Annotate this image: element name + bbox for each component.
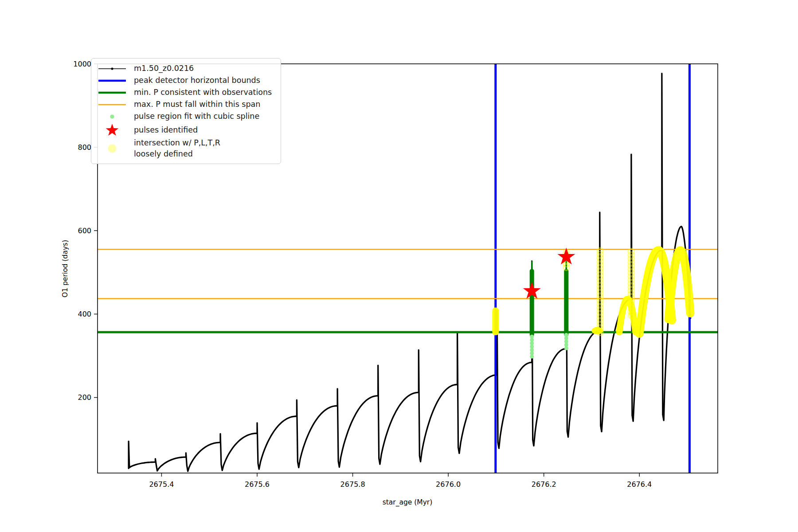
x-tick-label: 2675.6	[245, 480, 270, 489]
legend-entry: m1.50_z0.0216	[97, 63, 272, 74]
legend-entry: max. P must fall within this span	[97, 98, 272, 110]
spline-fit-dot	[530, 335, 534, 339]
yellow-intersection-arc	[619, 299, 636, 332]
yellow-intersection-arc	[669, 250, 690, 319]
figure: 2675.42675.62675.82676.02676.22676.42004…	[0, 0, 798, 532]
line-icon	[97, 87, 128, 98]
y-tick-label: 800	[78, 143, 91, 152]
x-tick-label: 2676.0	[436, 480, 461, 489]
y-tick-label: 200	[78, 393, 91, 402]
legend-entry-label: min. P consistent with observations	[134, 87, 272, 98]
star-icon	[97, 122, 128, 137]
spline-fit-dot	[564, 333, 568, 337]
x-tick-label: 2676.2	[532, 480, 556, 489]
dot-icon	[97, 111, 128, 122]
x-tick-label: 2676.4	[627, 480, 652, 489]
legend-entry-label: peak detector horizontal bounds	[134, 75, 260, 86]
x-tick-label: 2675.8	[340, 480, 365, 489]
legend-entry-label: m1.50_z0.0216	[134, 63, 194, 74]
legend-entry: min. P consistent with observations	[97, 86, 272, 98]
legend-entry-label: intersection w/ P,L,T,R loosely defined	[134, 137, 220, 160]
y-tick-label: 1000	[73, 60, 91, 68]
line-icon	[97, 75, 128, 86]
dot-icon	[97, 63, 128, 74]
x-axis-label: star_age (Myr)	[383, 498, 433, 507]
line-icon	[97, 99, 128, 110]
dot-icon	[97, 142, 128, 155]
legend-entry-label: pulses identified	[134, 125, 198, 136]
legend-entry-label: pulse region fit with cubic spline	[134, 111, 259, 122]
legend: m1.50_z0.0216peak detector horizontal bo…	[91, 58, 281, 164]
x-tick-label: 2675.4	[149, 480, 174, 489]
legend-entry: pulses identified	[97, 122, 272, 137]
legend-entry-label: max. P must fall within this span	[134, 99, 260, 110]
y-axis-label: O1 period (days)	[61, 240, 69, 297]
legend-entry: intersection w/ P,L,T,R loosely defined	[97, 137, 272, 160]
legend-entry: pulse region fit with cubic spline	[97, 110, 272, 122]
y-tick-label: 400	[78, 310, 91, 318]
legend-entry: peak detector horizontal bounds	[97, 74, 272, 86]
y-tick-label: 600	[78, 227, 91, 235]
